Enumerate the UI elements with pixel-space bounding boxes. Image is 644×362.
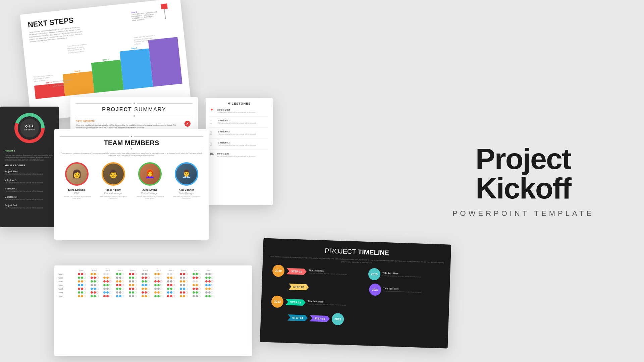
milestones-light-list: 📍 Project Start It is a long established…	[210, 109, 269, 161]
qa-donut: Q & A SESSION	[13, 111, 46, 145]
milestone-item: Milestone 3 It is a long established tex…	[5, 196, 54, 201]
main-title: Project Kickoff	[429, 144, 617, 203]
summary-icon: ✗	[184, 121, 191, 127]
qa-body-text: There are many variations of passages of…	[5, 155, 54, 161]
name-kim: Kim Conner	[179, 188, 194, 191]
milestones-dark-title: MILESTONES	[5, 164, 54, 167]
step1-label: Step 1	[46, 81, 52, 84]
milestone-item: Milestone 1 It is a long established tex…	[5, 179, 54, 184]
name-nora: Nora Estrada	[68, 188, 85, 191]
slide-team-members: TEAM MEMBERS There are many variations o…	[54, 129, 209, 240]
desc-kim: There are many variations of passages of…	[171, 196, 202, 200]
name-robert: Robert Huff	[106, 188, 121, 191]
matrix-row: Task 2	[58, 277, 248, 279]
year-bubble-2010: 2010	[272, 264, 285, 277]
desc-nora: There are many variations of passages of…	[62, 196, 92, 200]
project-summary-title: PROJECT SUMMARY	[76, 107, 193, 113]
role-robert: Financial Manager	[104, 192, 122, 194]
avatar-june: 👩‍🦰	[138, 162, 162, 186]
avatar-nora: 👩	[65, 162, 89, 186]
milestone-item: Project Start It is a long established t…	[5, 170, 54, 175]
slide-milestones-light: MILESTONES 📍 Project Start It is a long …	[206, 98, 273, 205]
team-member-nora: 👩 Nora Estrada CEO There are many variat…	[62, 162, 92, 200]
year-bubble-2015: 2015	[368, 268, 380, 280]
team-members-list: 👩 Nora Estrada CEO There are many variat…	[60, 162, 203, 200]
step4-label: Step 4	[131, 47, 138, 50]
matrix-rows: Task 1Task 2Task 3Task 4Task 5Task 6Task…	[58, 273, 248, 297]
step01-pill: STEP 01	[286, 268, 307, 275]
team-member-kim: 👨‍💼 Kim Conner Sales Manager There are m…	[171, 162, 202, 200]
step05-pill: STEP 05	[310, 315, 330, 322]
year-bubble-2022: 2022	[369, 283, 381, 296]
year-bubble-2019: 2019	[331, 313, 344, 325]
step3-label: Step 3	[103, 58, 109, 61]
matrix-row: Task 7	[58, 295, 248, 297]
year-bubble-2013: 2013	[271, 295, 283, 308]
role-kim: Sales Manager	[179, 192, 194, 194]
team-member-june: 👩‍🦰 June Evans Product Manager There are…	[135, 162, 165, 200]
slide-dark-milestones: Q & A SESSION Answer 1 There are many va…	[0, 107, 59, 227]
avatar-kim: 👨‍💼	[175, 162, 198, 186]
team-subtitle: There are many variations of passages of…	[60, 152, 203, 157]
milestone-item: Project End It is a long established tex…	[5, 204, 54, 209]
role-june: Product Manager	[142, 192, 158, 194]
team-member-robert: 👨 Robert Huff Financial Manager There ar…	[98, 162, 128, 200]
matrix-row: Task 6	[58, 291, 248, 294]
timeline-title-normal: PROJECT	[325, 247, 358, 255]
title-area: Project Kickoff POWERPOINT TEMPLATE	[429, 144, 617, 218]
step02-pill: STEP 02	[288, 284, 309, 291]
avatar-robert: 👨	[102, 162, 125, 186]
slide-role-matrix: Role 1 Role 2 Role 3 Role 4 Role 5 Role …	[54, 265, 252, 356]
timeline-visual: 2010 STEP 01 Title Text Here It is a lon…	[267, 264, 444, 329]
name-june: June Evans	[142, 188, 157, 191]
project-summary-body: It is a long established fact that a rea…	[76, 124, 179, 129]
step03-pill: STEP 03	[285, 299, 306, 306]
desc-robert: There are many variations of passages of…	[98, 196, 128, 200]
subtitle: POWERPOINT TEMPLATE	[429, 209, 617, 218]
matrix-header: Role 1 Role 2 Role 3 Role 4 Role 5 Role …	[58, 269, 248, 272]
matrix-row: Task 4	[58, 284, 248, 286]
milestones-dark-list: Project Start It is a long established t…	[5, 170, 54, 209]
slide-project-timeline: PROJECT TIMELINE There are many variatio…	[260, 238, 451, 348]
answer-label: Answer 1	[5, 149, 54, 152]
matrix-row: Task 3	[58, 280, 248, 283]
milestones-light-title: MILESTONES	[210, 102, 269, 105]
role-nora: CEO	[74, 192, 79, 194]
team-title: TEAM MEMBERS	[60, 139, 203, 147]
desc-june: There are many variations of passages of…	[135, 196, 165, 200]
matrix-row: Task 1	[58, 273, 248, 275]
step04-pill: STEP 04	[287, 314, 308, 321]
key-highlights-label: Key Highlights	[76, 119, 179, 122]
timeline-title-bold: TIMELINE	[358, 248, 389, 256]
flag	[161, 3, 169, 19]
step2-label: Step 2	[74, 70, 80, 72]
step5-text: Step 5 There are many variations of pass…	[131, 9, 159, 21]
matrix-row: Task 5	[58, 288, 248, 290]
milestone-item: Milestone 2 It is a long established tex…	[5, 187, 54, 192]
